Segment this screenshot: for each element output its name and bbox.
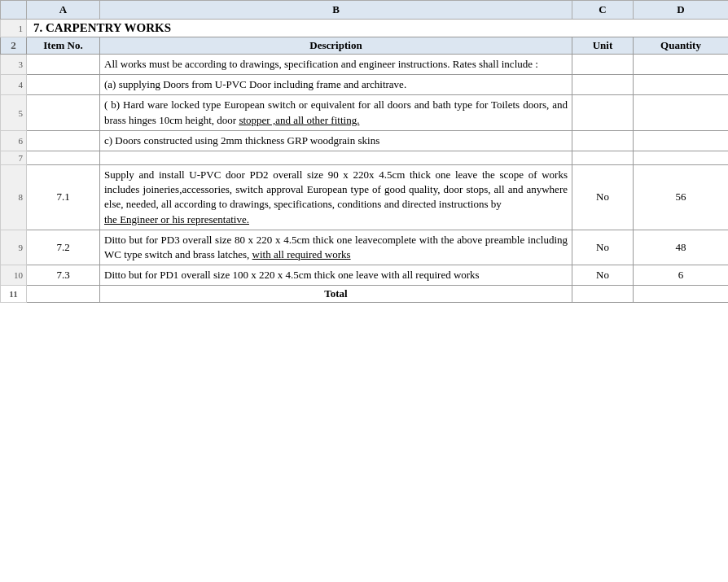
table-row: 5 ( b) Hard ware locked type European sw… (1, 95, 729, 130)
col-d-header: D (634, 1, 729, 20)
desc-10: Ditto but for PD1 overall size 100 x 220… (100, 265, 572, 286)
description-header: Description (100, 37, 572, 55)
desc-4: (a) supplying Doors from U-PVC Door incl… (100, 75, 572, 95)
col-c-header: C (572, 1, 634, 20)
qty-8: 56 (634, 164, 729, 230)
unit-7 (572, 151, 634, 164)
table-row: 7 (1, 151, 729, 164)
desc-9: Ditto but for PD3 overall size 80 x 220 … (100, 230, 572, 265)
qty-10: 6 (634, 265, 729, 286)
qty-5 (634, 95, 729, 130)
unit-8: No (572, 164, 634, 230)
row-num-2: 2 (1, 37, 27, 55)
spreadsheet: A B C D 1 7. CARPENTRY WORKS 2 Item No. … (0, 0, 728, 303)
qty-6 (634, 130, 729, 151)
col-a-header: A (27, 1, 100, 20)
row-num-11: 11 (1, 286, 27, 303)
item-3 (27, 55, 100, 75)
title-row: 1 7. CARPENTRY WORKS (1, 20, 729, 37)
table-row: 10 7.3 Ditto but for PD1 overall size 10… (1, 265, 729, 286)
section-title: 7. CARPENTRY WORKS (27, 20, 729, 37)
row-num-4: 4 (1, 75, 27, 95)
item-10: 7.3 (27, 265, 100, 286)
row-num-7: 7 (1, 151, 27, 164)
unit-4 (572, 75, 634, 95)
row-num-5: 5 (1, 95, 27, 130)
quantity-header: Quantity (634, 37, 729, 55)
corner-cell (1, 1, 27, 20)
table-row: 9 7.2 Ditto but for PD3 overall size 80 … (1, 230, 729, 265)
col-b-header: B (100, 1, 572, 20)
total-label: Total (100, 286, 572, 303)
total-row: 11 Total (1, 286, 729, 303)
qty-4 (634, 75, 729, 95)
item-4 (27, 75, 100, 95)
row-num-10: 10 (1, 265, 27, 286)
unit-9: No (572, 230, 634, 265)
total-unit (572, 286, 634, 303)
unit-header: Unit (572, 37, 634, 55)
table-row: 4 (a) supplying Doors from U-PVC Door in… (1, 75, 729, 95)
total-qty (634, 286, 729, 303)
item-7 (27, 151, 100, 164)
desc-7 (100, 151, 572, 164)
qty-3 (634, 55, 729, 75)
qty-7 (634, 151, 729, 164)
item-6 (27, 130, 100, 151)
table-row: 3 All works must be according to drawing… (1, 55, 729, 75)
row-num-3: 3 (1, 55, 27, 75)
desc-5: ( b) Hard ware locked type European swit… (100, 95, 572, 130)
unit-6 (572, 130, 634, 151)
unit-3 (572, 55, 634, 75)
desc-3: All works must be according to drawings,… (100, 55, 572, 75)
table-row: 8 7.1 Supply and install U-PVC door PD2 … (1, 164, 729, 230)
item-no-header: Item No. (27, 37, 100, 55)
item-5 (27, 95, 100, 130)
desc-8: Supply and install U-PVC door PD2 overal… (100, 164, 572, 230)
row-num-1: 1 (1, 20, 27, 37)
row-num-8: 8 (1, 164, 27, 230)
item-9: 7.2 (27, 230, 100, 265)
column-header-row: A B C D (1, 1, 729, 20)
unit-10: No (572, 265, 634, 286)
item-8: 7.1 (27, 164, 100, 230)
row-num-9: 9 (1, 230, 27, 265)
qty-9: 48 (634, 230, 729, 265)
unit-5 (572, 95, 634, 130)
table-header-row: 2 Item No. Description Unit Quantity (1, 37, 729, 55)
total-item (27, 286, 100, 303)
desc-6: c) Doors constructed using 2mm thickness… (100, 130, 572, 151)
table-row: 6 c) Doors constructed using 2mm thickne… (1, 130, 729, 151)
row-num-6: 6 (1, 130, 27, 151)
